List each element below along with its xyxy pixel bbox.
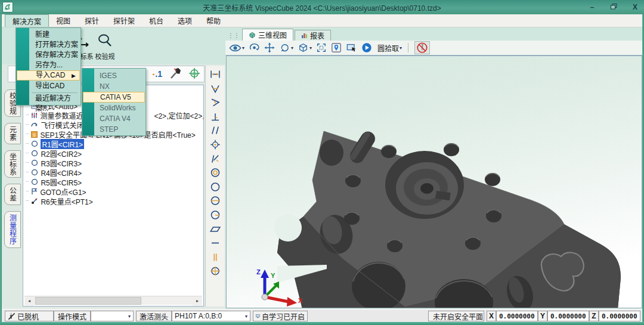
window-bottom-edge (0, 322, 644, 325)
submenu-item-catia-v5[interactable]: CATIA V5 (83, 92, 145, 103)
locate-tool[interactable] (331, 42, 342, 53)
sidebar-tab-elements[interactable]: 元素 (4, 123, 21, 144)
double-bar-tool[interactable] (209, 251, 222, 264)
sidebar-tab-tolerance[interactable]: 公差 (4, 184, 21, 205)
tree-item-circle-5[interactable]: ┈ R5圆<CIR5> (26, 177, 82, 187)
runout-circle-tool[interactable] (209, 209, 222, 221)
rotate-view-tool[interactable]: ▾ (279, 42, 293, 53)
selflearn-label: 自学习已开启 (262, 311, 305, 321)
submenu-item-iges[interactable]: IGES (83, 70, 145, 81)
tree-item-vector-point[interactable]: ┈ R6矢量点<PT1> (26, 196, 93, 206)
tree-item-label: R2圆<CIR2> (41, 148, 82, 159)
menu-item-new[interactable]: 新建 (17, 30, 80, 40)
submenu-item-catia-v4[interactable]: CATIA V4 (83, 113, 145, 124)
orbit-icon (249, 42, 260, 53)
menu-item-open-solution[interactable]: 打开解决方案 (17, 40, 80, 50)
app-icon[interactable] (2, 2, 13, 13)
tab-report[interactable]: 报表 (295, 30, 331, 41)
submenu-arrow-icon: ▶ (72, 72, 76, 81)
submenu-item-nx[interactable]: NX (83, 81, 145, 92)
straightness-tool[interactable] (209, 237, 222, 249)
pan-tool[interactable] (264, 42, 275, 53)
gauge-check-tool[interactable]: 校验规 (91, 31, 119, 62)
tab-3d-view[interactable]: 三维视图 (242, 29, 293, 41)
decimal-places-label: .1 (155, 69, 162, 79)
tree-item-label: GOTO点<G1> (40, 187, 86, 197)
probe-disabled-icon (417, 42, 428, 53)
orbit-tool[interactable] (249, 42, 260, 53)
restore-button[interactable] (609, 3, 618, 11)
close-button[interactable]: X (631, 3, 639, 11)
tree-connector: ┈ (26, 198, 29, 204)
dropdown-arrow-icon: ▾ (245, 314, 247, 319)
gauge-check-label: 校验规 (95, 51, 115, 61)
angle-z-tool[interactable] (209, 96, 222, 109)
tree-item-circle-1[interactable]: ┈ R1圆<CIR1> (26, 139, 84, 148)
flatness-tool[interactable] (209, 223, 222, 236)
tree-item-label: R4圆<CIR4> (41, 168, 82, 178)
probe-value: PH10T A:0,B:0 (175, 312, 222, 320)
sidebar-tab-measure-program[interactable]: 测量程序 (4, 211, 21, 248)
probe-combobox[interactable]: PH10T A:0,B:0 ▾ (172, 311, 250, 321)
tab-drag-grip[interactable]: ⋮⋮ (228, 32, 240, 39)
tab-report-label: 报表 (310, 30, 324, 41)
concentricity-tool[interactable] (209, 166, 222, 179)
menu-item-save-as[interactable]: 另存为... (17, 60, 80, 70)
view-direction-tool[interactable]: ▾ (229, 44, 244, 52)
zoom-fit-icon (316, 42, 327, 53)
circle-pick-tool[interactable]: 圆拾取 ▾ (376, 43, 402, 53)
tree-item-goto-point[interactable]: ┈ GOTO点<G1> (26, 187, 86, 196)
probe-disable-tool[interactable] (414, 41, 430, 54)
selflearn-status[interactable]: 自学习已开启 (253, 311, 308, 321)
roundness-tool[interactable] (209, 181, 222, 193)
perpendicularity-tool[interactable] (209, 110, 222, 123)
zoom-fit-tool[interactable] (316, 42, 327, 53)
dropdown-arrow-icon: ▾ (242, 45, 244, 51)
menu-help[interactable]: 帮助 (199, 14, 228, 27)
submenu-item-solidworks[interactable]: SolidWorks (83, 103, 145, 113)
rotate-view-icon (279, 42, 290, 53)
scroll-left-arrow[interactable]: ◂ (24, 296, 34, 305)
probe-label-box: 激活测头 (136, 311, 172, 321)
minimize-button[interactable]: – (588, 3, 596, 11)
menu-machine[interactable]: 机台 (142, 14, 171, 27)
viewport-3d[interactable]: Z Y X (226, 55, 642, 308)
menu-probe-rack[interactable]: 探针架 (106, 14, 142, 27)
menu-options[interactable]: 选项 (171, 14, 199, 27)
mode-combobox[interactable]: ▾ (91, 311, 134, 321)
menu-probe[interactable]: 探针 (78, 14, 106, 27)
menu-solution[interactable]: 解决方案 (5, 14, 49, 27)
tree-item-flight-mode[interactable]: ┈ 飞行模式关闭 (26, 120, 83, 129)
tree-horizontal-scrollbar[interactable]: ◂ ▸ (24, 296, 202, 305)
tree-item-label: R5圆<CIR5> (41, 177, 82, 187)
mode-label-box: 操作模式 (54, 311, 91, 321)
scroll-right-arrow[interactable]: ▸ (193, 296, 202, 305)
standard-views-tool[interactable]: ▾ (298, 42, 312, 53)
hammer-tool[interactable] (169, 67, 181, 81)
position-tool[interactable] (209, 265, 222, 277)
sidebar-tab-coordinate[interactable]: 坐标系 (4, 150, 21, 178)
menu-item-recent-solutions[interactable]: 最近解决方案... (17, 94, 80, 104)
run-tool[interactable] (361, 42, 372, 53)
submenu-item-step[interactable]: STEP (83, 124, 145, 135)
position-point-tool[interactable] (209, 138, 222, 151)
angle-v-tool[interactable] (209, 82, 222, 95)
eye-icon (229, 44, 242, 52)
window-select-tool[interactable] (346, 42, 357, 53)
cad-align-tool[interactable] (188, 67, 200, 81)
tree-item-circle-3[interactable]: ┈ R3圆<CIR3> (26, 158, 82, 168)
window-left-edge (0, 14, 2, 322)
symmetry-circle-tool[interactable] (209, 194, 222, 207)
distance-tool[interactable] (209, 68, 222, 81)
menu-item-import-cad[interactable]: 导入CAD ▶ (17, 70, 80, 81)
menu-item-export-cad[interactable]: 导出CAD (17, 81, 80, 91)
axis-x-label: X (298, 297, 303, 304)
scrollbar-thumb[interactable] (35, 297, 141, 305)
decimal-places-tool[interactable]: ▪ .1 (153, 69, 162, 79)
parallelism-tool[interactable] (209, 124, 222, 137)
tree-item-circle-2[interactable]: ┈ R2圆<CIR2> (26, 148, 82, 158)
menu-item-save-solution[interactable]: 保存解决方案 (17, 50, 80, 60)
tree-item-circle-4[interactable]: ┈ R4圆<CIR4> (26, 168, 82, 177)
menu-view[interactable]: 视图 (49, 14, 78, 27)
angularity-tool[interactable] (209, 153, 222, 165)
